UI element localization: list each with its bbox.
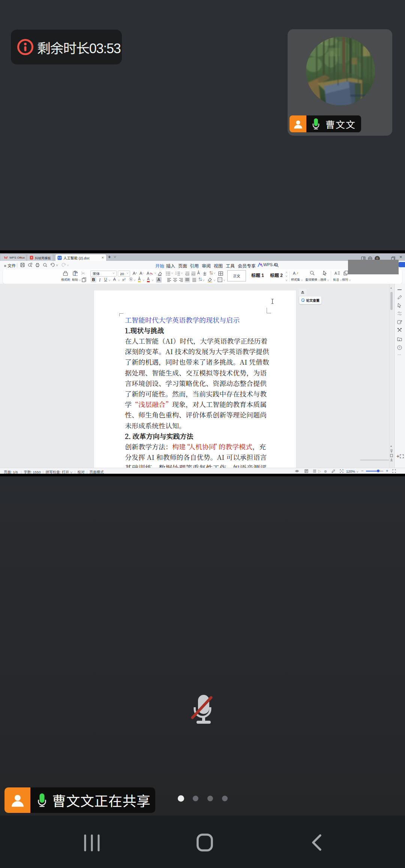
svg-text:?: ? [399,346,400,349]
svg-text:2: 2 [176,273,177,275]
svg-text:A: A [293,271,296,275]
svg-text:a: a [399,339,400,341]
svg-text:A: A [334,271,337,275]
